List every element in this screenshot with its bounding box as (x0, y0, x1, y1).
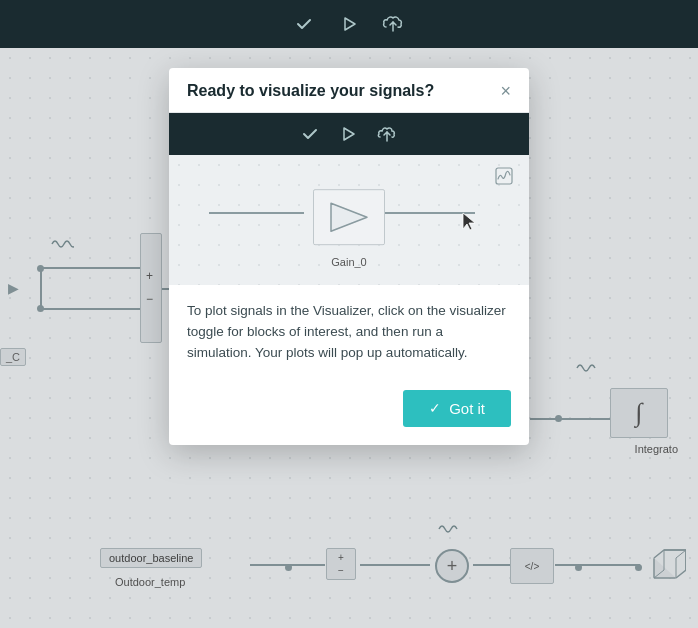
modal-play-icon[interactable] (339, 125, 357, 143)
gain-block (313, 189, 385, 245)
svg-marker-9 (331, 203, 367, 231)
modal-overlay: Ready to visualize your signals? × (0, 48, 698, 628)
modal-body: To plot signals in the Visualizer, click… (169, 285, 529, 380)
modal-check-icon[interactable] (301, 125, 319, 143)
modal-canvas-preview: Gain_0 (169, 155, 529, 285)
modal-mini-toolbar (169, 113, 529, 155)
modal-footer: ✓ Got it (169, 380, 529, 445)
modal-title: Ready to visualize your signals? (187, 82, 434, 100)
got-it-check-icon: ✓ (429, 400, 441, 416)
upload-icon[interactable] (382, 14, 404, 34)
check-icon[interactable] (294, 14, 314, 34)
modal-header: Ready to visualize your signals? × (169, 68, 529, 113)
play-icon[interactable] (338, 14, 358, 34)
gain-label: Gain_0 (331, 256, 366, 268)
svg-rect-10 (496, 168, 512, 184)
modal-dialog: Ready to visualize your signals? × (169, 68, 529, 445)
modal-upload-icon[interactable] (377, 125, 397, 143)
visualizer-toggle-icon[interactable] (495, 167, 513, 185)
top-toolbar (0, 0, 698, 48)
canvas-area: + − ▶ _C ∫ Integrato (0, 48, 698, 628)
svg-marker-11 (463, 213, 475, 230)
got-it-label: Got it (449, 400, 485, 417)
svg-marker-0 (345, 18, 355, 30)
modal-description-text: To plot signals in the Visualizer, click… (187, 301, 511, 364)
got-it-button[interactable]: ✓ Got it (403, 390, 511, 427)
modal-close-button[interactable]: × (500, 82, 511, 100)
svg-marker-7 (344, 128, 354, 140)
cursor-pointer (461, 211, 475, 235)
